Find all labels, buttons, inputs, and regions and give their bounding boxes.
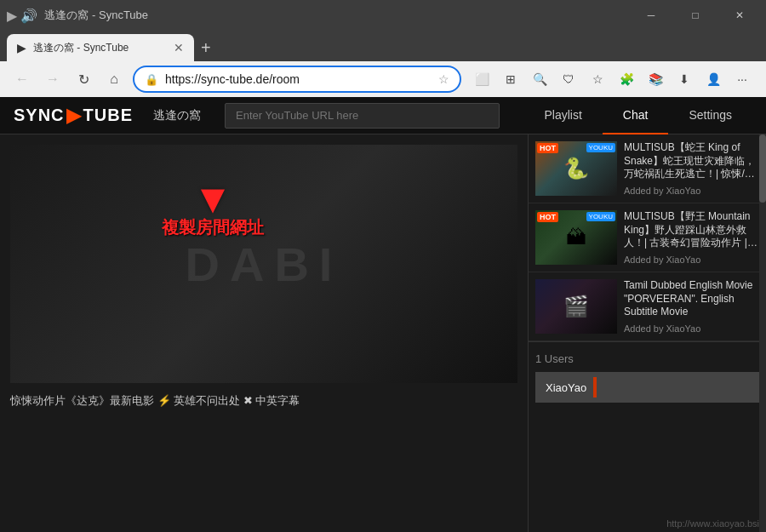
back-button[interactable]: ←	[10, 67, 34, 91]
url-input-wrapper	[225, 103, 500, 129]
favorites-icon[interactable]: 📚	[642, 66, 669, 93]
tab-favicon: ▶	[17, 41, 26, 54]
tab-title-text: 逃逢の窩 - SyncTube	[33, 41, 167, 55]
tab-chat[interactable]: Chat	[603, 97, 669, 134]
menu-icon[interactable]: ···	[729, 66, 756, 93]
extensions-icon[interactable]: 🧩	[613, 66, 640, 93]
profile-icon[interactable]: 👤	[700, 66, 727, 93]
video-caption: 惊悚动作片《达克》最新电影 ⚡ 英雄不问出处 ✖ 中英字幕	[10, 390, 517, 412]
sidebar-playlist: 🐍 HOT YOUKU MULTISUB【蛇王 King of Snake】蛇王…	[528, 134, 766, 532]
video-section: DABI 惊悚动作片《达克》最新电影 ⚡ 英雄不问出处 ✖ 中英字幕	[0, 134, 528, 532]
media-icon: ▶ 🔊	[7, 8, 37, 24]
title-bar: ▶ 🔊 逃逢の窩 - SyncTube ─ □ ✕	[0, 0, 766, 31]
video-player[interactable]: DABI	[10, 145, 517, 383]
browser-tab-active[interactable]: ▶ 逃逢の窩 - SyncTube ✕	[7, 34, 194, 61]
youtube-url-input[interactable]	[225, 103, 500, 129]
page-content: Sync ▶ Tube 逃逢の窩 ▼ 複製房間網址 Playlist	[0, 97, 766, 532]
lock-icon: 🔒	[145, 73, 158, 86]
site-header: Sync ▶ Tube 逃逢の窩 ▼ 複製房間網址 Playlist	[0, 97, 766, 134]
playlist-thumb-3: 🎬	[535, 279, 617, 334]
main-content: DABI 惊悚动作片《达克》最新电影 ⚡ 英雄不问出处 ✖ 中英字幕 🐍 HOT…	[0, 134, 766, 532]
shield-icon[interactable]: 🛡	[555, 66, 582, 93]
url-input[interactable]	[165, 72, 432, 86]
grid-icon[interactable]: ⊞	[497, 66, 524, 93]
playlist-item-added: Added by XiaoYao	[624, 186, 759, 196]
logo-sync-text: Sync	[14, 106, 65, 125]
refresh-button[interactable]: ↻	[71, 67, 95, 91]
room-name: 逃逢の窩	[153, 108, 201, 123]
playlist-item-info: Tamil Dubbed English Movie "PORVEERAN". …	[624, 279, 759, 334]
new-tab-button[interactable]: +	[194, 34, 218, 61]
playlist-item-info: MULTISUB【野王 Mountain King】野人蹬踩山林意外救人！| 古…	[624, 210, 759, 265]
collections-icon[interactable]: ☆	[584, 66, 611, 93]
browser-window: ▶ 🔊 逃逢の窩 - SyncTube ─ □ ✕ ▶ 逃逢の窩 - SyncT…	[0, 0, 766, 532]
playlist-item-info: MULTISUB【蛇王 King of Snake】蛇王现世灾难降临，万蛇祸乱生…	[624, 141, 759, 196]
site-watermark: http://www.xiaoyao.bsi	[666, 518, 759, 529]
site-logo: Sync ▶ Tube	[14, 105, 133, 127]
playlist-item-title: MULTISUB【蛇王 King of Snake】蛇王现世灾难降临，万蛇祸乱生…	[624, 141, 759, 181]
tab-bar: ▶ 逃逢の窩 - SyncTube ✕ +	[0, 31, 766, 61]
maximize-button[interactable]: □	[676, 0, 715, 31]
logo-arrow-icon: ▶	[66, 105, 82, 127]
users-section: 1 Users XiaoYao	[529, 341, 766, 406]
logo-tube-text: Tube	[83, 106, 133, 125]
user-name: XiaoYao	[546, 381, 586, 394]
playlist-item-added: Added by XiaoYao	[624, 255, 759, 265]
scrollbar-thumb[interactable]	[759, 134, 766, 203]
hot-badge: HOT	[537, 212, 558, 222]
video-dark-title: DABI	[186, 237, 343, 292]
tab-close-button[interactable]: ✕	[174, 41, 184, 54]
users-count: 1 Users	[535, 352, 574, 365]
user-color-indicator	[593, 377, 597, 398]
address-bar[interactable]: 🔒 ☆	[133, 66, 461, 93]
download-icon[interactable]: ⬇	[671, 66, 698, 93]
tab-title-bar: 逃逢の窩 - SyncTube	[44, 8, 625, 23]
video-title-overlay: DABI	[10, 145, 517, 383]
playlist-thumb-1: 🐍 HOT YOUKU	[535, 141, 617, 196]
header-tabs: Playlist Chat Settings	[523, 97, 752, 134]
star-icon: ☆	[438, 72, 449, 86]
playlist-item[interactable]: 🐍 HOT YOUKU MULTISUB【蛇王 King of Snake】蛇王…	[529, 134, 766, 203]
user-name-bar: XiaoYao	[535, 372, 759, 403]
user-item: XiaoYao	[535, 372, 759, 403]
minimize-button[interactable]: ─	[632, 0, 671, 31]
tab-settings[interactable]: Settings	[668, 97, 752, 134]
window-controls: ─ □ ✕	[632, 0, 759, 31]
close-button[interactable]: ✕	[720, 0, 759, 31]
playlist-item-title: MULTISUB【野王 Mountain King】野人蹬踩山林意外救人！| 古…	[624, 210, 759, 250]
navigation-bar: ← → ↻ ⌂ 🔒 ☆ ⬜ ⊞ 🔍 🛡 ☆ 🧩 📚 ⬇ 👤 ···	[0, 61, 766, 97]
synctube-app: Sync ▶ Tube 逃逢の窩 ▼ 複製房間網址 Playlist	[0, 97, 766, 532]
zoom-icon[interactable]: 🔍	[526, 66, 553, 93]
playlist-thumb-2: 🏔 HOT YOUKU	[535, 210, 617, 265]
tamil-thumbnail: 🎬	[535, 279, 617, 334]
sidebar-scrollbar[interactable]	[759, 134, 766, 532]
playlist-item[interactable]: 🏔 HOT YOUKU MULTISUB【野王 Mountain King】野人…	[529, 203, 766, 272]
forward-button[interactable]: →	[41, 67, 65, 91]
playlist-item-added: Added by XiaoYao	[624, 323, 759, 334]
split-screen-icon[interactable]: ⬜	[468, 66, 495, 93]
home-button[interactable]: ⌂	[102, 67, 126, 91]
nav-extra-icons: ⬜ ⊞ 🔍 🛡 ☆ 🧩 📚 ⬇ 👤 ···	[468, 66, 756, 93]
youku-badge: YOUKU	[586, 143, 615, 152]
tab-playlist[interactable]: Playlist	[523, 97, 602, 134]
playlist-item-title: Tamil Dubbed English Movie "PORVEERAN". …	[624, 279, 759, 319]
playlist-item[interactable]: 🎬 Tamil Dubbed English Movie "PORVEERAN"…	[529, 272, 766, 341]
hot-badge: HOT	[537, 143, 558, 153]
youku-badge: YOUKU	[586, 212, 615, 221]
